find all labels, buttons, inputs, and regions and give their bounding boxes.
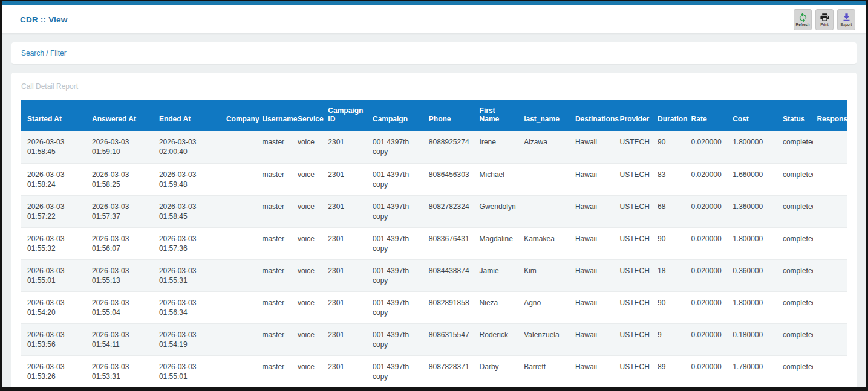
call-detail-report-panel: Call Detail Report Started At Answered A… <box>11 73 857 387</box>
cell-cost: 1.800000 <box>729 291 779 323</box>
cell-cost: 1.800000 <box>729 227 779 259</box>
export-button-label: Export <box>841 23 852 27</box>
cdr-view-page: CDR :: View Refresh Print <box>0 0 868 391</box>
cell-service: voice <box>294 227 324 259</box>
page-content: Search / Filter Call Detail Report Start… <box>2 34 866 387</box>
cell-provider: USTECH <box>616 195 654 227</box>
cell-duration: 9 <box>654 323 687 355</box>
cell-provider: USTECH <box>616 355 654 387</box>
col-header-username: Username <box>258 100 294 131</box>
cell-destinations: Hawaii <box>572 163 616 195</box>
cell-username: master <box>258 131 294 163</box>
cell-ended-at: 2026-03-03 01:55:01 <box>155 355 223 387</box>
export-button[interactable]: Export <box>837 9 855 30</box>
cell-service: voice <box>294 355 324 387</box>
cell-response <box>813 131 847 163</box>
cell-first-name: Roderick <box>476 323 521 355</box>
col-header-cost: Cost <box>729 100 779 131</box>
table-row: 2026-03-03 01:55:01 2026-03-03 01:55:13 … <box>21 259 847 291</box>
cell-status: completed <box>779 195 813 227</box>
cell-campaign: 001 4397th copy <box>369 195 425 227</box>
col-header-destinations: Destinations <box>572 100 616 131</box>
col-header-started-at: Started At <box>21 100 88 131</box>
cell-username: master <box>258 195 294 227</box>
cell-last-name: Aizawa <box>520 131 572 163</box>
cell-provider: USTECH <box>616 131 654 163</box>
refresh-button-label: Refresh <box>796 23 810 27</box>
search-filter-toggle[interactable]: Search / Filter <box>21 49 67 57</box>
cell-first-name: Michael <box>476 163 521 195</box>
cell-first-name: Gwendolyn <box>476 195 521 227</box>
cell-destinations: Hawaii <box>572 195 616 227</box>
refresh-button[interactable]: Refresh <box>794 9 812 30</box>
cell-phone: 8082891858 <box>425 291 476 323</box>
cell-company <box>223 291 259 323</box>
cell-rate: 0.020000 <box>688 163 729 195</box>
cell-service: voice <box>294 259 324 291</box>
cell-phone: 8083676431 <box>425 227 476 259</box>
cell-started-at: 2026-03-03 01:54:20 <box>21 291 88 323</box>
titlebar: CDR :: View Refresh Print <box>2 5 866 34</box>
cell-ended-at: 2026-03-03 01:55:31 <box>155 259 223 291</box>
cell-rate: 0.020000 <box>688 291 729 323</box>
cell-username: master <box>258 227 294 259</box>
col-header-service: Service <box>294 100 324 131</box>
cell-status: completed <box>779 259 813 291</box>
page-title: CDR :: View <box>20 15 67 24</box>
cell-started-at: 2026-03-03 01:53:26 <box>21 355 88 387</box>
cell-company <box>223 355 259 387</box>
cell-campaign-id: 2301 <box>324 227 369 259</box>
col-header-phone: Phone <box>425 100 476 131</box>
cell-provider: USTECH <box>616 259 654 291</box>
cell-destinations: Hawaii <box>572 355 616 387</box>
cdr-table: Started At Answered At Ended At Company … <box>21 100 847 387</box>
col-header-response: Response <box>813 100 847 131</box>
cell-answered-at: 2026-03-03 01:58:25 <box>88 163 155 195</box>
col-header-answered-at: Answered At <box>88 100 155 131</box>
cell-last-name: Valenzuela <box>520 323 572 355</box>
cell-campaign-id: 2301 <box>324 259 369 291</box>
print-button[interactable]: Print <box>815 9 834 30</box>
col-header-status: Status <box>779 100 813 131</box>
cell-first-name: Nieza <box>476 291 521 323</box>
cell-destinations: Hawaii <box>572 259 616 291</box>
cell-company <box>223 131 259 163</box>
cell-started-at: 2026-03-03 01:58:45 <box>21 131 88 163</box>
cell-provider: USTECH <box>616 291 654 323</box>
cell-status: completed <box>779 323 813 355</box>
cell-username: master <box>258 291 294 323</box>
col-header-provider: Provider <box>616 100 654 131</box>
cell-cost: 0.360000 <box>729 259 779 291</box>
cell-campaign-id: 2301 <box>324 355 369 387</box>
cell-phone: 8082782324 <box>425 195 476 227</box>
search-filter-panel: Search / Filter <box>11 42 857 64</box>
cell-ended-at: 2026-03-03 02:00:40 <box>155 131 223 163</box>
cell-last-name: Kamakea <box>520 227 572 259</box>
cell-service: voice <box>294 131 324 163</box>
cell-first-name: Irene <box>476 131 521 163</box>
cell-phone: 8088925274 <box>425 131 476 163</box>
cell-company <box>223 227 259 259</box>
cell-destinations: Hawaii <box>572 227 616 259</box>
cell-cost: 1.660000 <box>729 163 779 195</box>
cell-campaign-id: 2301 <box>324 163 369 195</box>
download-icon <box>841 12 852 22</box>
cell-answered-at: 2026-03-03 01:59:10 <box>88 131 155 163</box>
cell-duration: 18 <box>654 259 687 291</box>
cell-service: voice <box>294 163 324 195</box>
table-row: 2026-03-03 01:53:26 2026-03-03 01:53:31 … <box>21 355 847 387</box>
cell-ended-at: 2026-03-03 01:58:45 <box>155 195 223 227</box>
col-header-campaign-id: Campaign ID <box>324 100 369 131</box>
cell-rate: 0.020000 <box>688 131 729 163</box>
cell-answered-at: 2026-03-03 01:54:11 <box>88 323 155 355</box>
cell-last-name <box>520 195 572 227</box>
cell-campaign-id: 2301 <box>324 291 369 323</box>
col-header-duration: Duration <box>654 100 687 131</box>
cell-started-at: 2026-03-03 01:55:01 <box>21 259 88 291</box>
cell-last-name: Agno <box>520 291 572 323</box>
cell-started-at: 2026-03-03 01:58:24 <box>21 163 88 195</box>
cell-started-at: 2026-03-03 01:57:22 <box>21 195 88 227</box>
cell-status: completed <box>779 355 813 387</box>
cell-ended-at: 2026-03-03 01:56:34 <box>155 291 223 323</box>
cell-provider: USTECH <box>616 323 654 355</box>
